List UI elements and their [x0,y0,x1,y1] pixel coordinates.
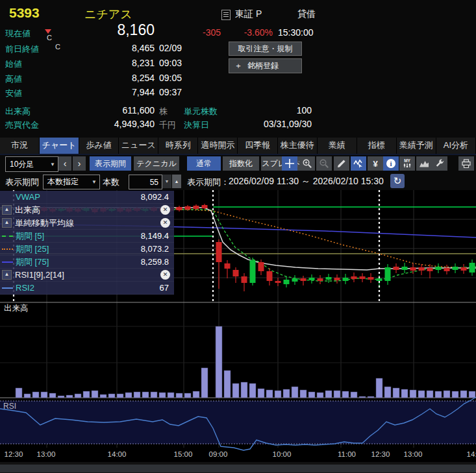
volume-bar [83,391,90,398]
candle-body [444,268,450,271]
tab-四季報[interactable]: 四季報 [238,138,277,154]
low-value: 7,944 [78,87,155,97]
area-chart-icon[interactable] [416,156,432,171]
candle-body [470,263,475,273]
volume-bar [224,370,231,398]
time-axis-label: 11:00 [338,450,356,458]
volume-bar [108,394,115,398]
turnover-unit: 千円 [159,119,176,131]
time-axis-label: 14:00 [467,450,476,458]
legend-row: 期間 [5]8,149.4 [0,230,174,243]
volume-bar [283,389,290,398]
timeframe-dropdown[interactable]: 10分足 ▼ [5,156,58,172]
svg-text:i: i [390,160,392,167]
prev-period-button[interactable]: ‹ [58,156,71,171]
close-icon[interactable]: ✕ [160,205,170,215]
info-icon[interactable]: i [383,156,399,171]
indicator-legend-panel: VWAP8,092.4▲出来高✕▲単純移動平均線✕期間 [5]8,149.4期間… [0,191,174,295]
chart-cursor-icon[interactable] [351,156,366,171]
volume-bar [241,382,247,398]
stock-name: ニチアス [84,6,132,22]
volume-bar [168,393,174,398]
tab-業績予測[interactable]: 業績予測 [397,138,436,154]
volume-bar [317,393,323,398]
tab-指標[interactable]: 指標 [357,138,397,154]
legend-value: 8,149.4 [141,231,174,241]
collapse-icon[interactable]: ▲ [2,205,12,215]
volume-bar [401,389,408,398]
tab-ニュース[interactable]: ニュース [119,138,158,154]
candle-body [267,271,273,281]
volume-bar [100,394,106,398]
collapse-icon[interactable]: ▲ [2,218,12,228]
collapse-icon[interactable]: ▲ [2,270,12,280]
toolbar-button-指数化[interactable]: 指数化 [223,156,259,171]
legend-label: 期間 [25] [16,243,49,255]
count-decrement-button[interactable]: ▼ [162,175,171,188]
toolbar-button-通常[interactable]: 通常 [187,156,221,171]
legend-row: RSI267 [0,282,174,295]
current-price-value: 8,160 [78,21,155,39]
volume-bar [469,391,475,398]
legend-value: 67 [160,283,174,293]
yen-icon[interactable]: ¥ [368,156,383,171]
unit-shares-label: 単元株数 [184,106,218,117]
candle-body [427,268,433,271]
volume-bar [410,390,416,398]
market-label: 東証 P [235,8,262,20]
tab-業績[interactable]: 業績 [318,138,357,154]
close-icon[interactable]: ✕ [160,218,170,228]
volume-bar [151,392,157,398]
tab-時系列[interactable]: 時系列 [158,138,198,154]
trade-caution-button[interactable]: 取引注意・規制 [229,42,302,56]
volume-bar [58,396,64,398]
wrench-icon[interactable] [432,156,447,171]
toolbar-button-表示期間[interactable]: 表示期間 [90,156,131,171]
prev-close-label: 前日終値 [5,43,39,55]
refresh-icon[interactable]: ↻ [390,174,405,188]
tab-適時開示[interactable]: 適時開示 [198,138,238,154]
legend-value: 8,259.8 [141,257,174,267]
next-period-button[interactable]: › [73,156,86,171]
legend-row: 期間 [75]8,259.8 [0,256,174,269]
zoom-in-icon[interactable] [299,156,315,171]
legend-label: RSI2 [16,283,34,293]
crosshair-icon[interactable] [282,156,297,171]
current-price-label: 現在値 [5,28,31,40]
bar-count-input[interactable]: 55 [129,175,162,189]
bar-count-value: 55 [150,178,162,187]
period-mode-dropdown[interactable]: 本数指定 ▼ [43,175,100,189]
svg-text:MY: MY [404,158,410,163]
printer-icon[interactable] [458,156,474,171]
close-icon[interactable]: ✕ [160,270,170,280]
tab-チャート[interactable]: チャート [40,138,79,154]
candle-body [436,267,442,270]
candle-body [419,267,425,271]
volume-bar [444,391,450,398]
legend-label: VWAP [16,192,40,202]
legend-value: 8,073.2 [141,244,174,254]
candle-body [318,278,323,281]
volume-bar [325,391,332,398]
my-settings-icon[interactable]: MY [399,156,415,171]
candle-body [194,206,199,209]
tab-AI分析[interactable]: AI分析 [436,138,476,154]
tab-歩み値[interactable]: 歩み値 [79,138,119,154]
plus-icon: ＋ [234,60,242,71]
legend-label: 期間 [5] [16,230,44,242]
tab-株主優待[interactable]: 株主優待 [278,138,318,154]
open-label: 始値 [5,58,22,70]
tab-市況[interactable]: 市況 [0,138,40,154]
volume-bar [418,391,425,398]
toolbar-button-テクニカル[interactable]: テクニカル [134,156,179,171]
volume-value: 611,600 [78,105,155,115]
scrollbar-thumb[interactable] [0,465,476,472]
count-increment-button[interactable]: ▲ [172,175,181,188]
candle-body [343,278,349,281]
register-stock-button[interactable]: ＋ 銘柄登録 [229,58,302,73]
candle-body [402,267,408,270]
time-axis-label: 12:30 [5,450,23,458]
chart-scrollbar[interactable] [0,462,476,473]
zoom-out-icon[interactable] [316,156,332,171]
pencil-icon[interactable] [334,156,349,171]
